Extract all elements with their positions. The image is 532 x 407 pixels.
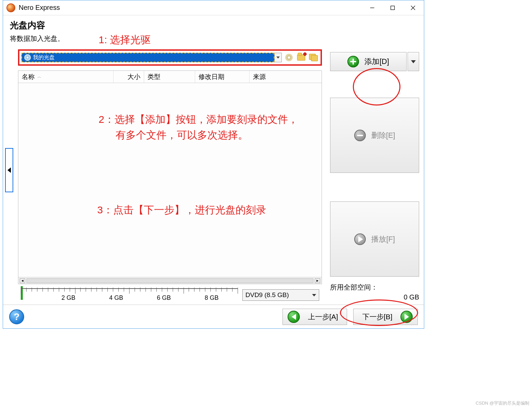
folder-new-icon bbox=[297, 54, 305, 61]
watermark: CSDN @宇宙的尽头是编制 bbox=[476, 400, 529, 406]
disc-small-icon bbox=[285, 54, 293, 61]
arrow-left-icon bbox=[288, 311, 300, 323]
back-button[interactable]: 上一步[A] bbox=[282, 309, 347, 325]
scroll-right-arrow[interactable]: ► bbox=[315, 278, 320, 283]
space-info: 所用全部空间： 0 GB bbox=[330, 283, 419, 305]
col-date-label: 修改日期 bbox=[199, 72, 224, 81]
back-button-label: 上一步[A] bbox=[304, 312, 342, 322]
app-window: Nero Express 光盘内容 将数据加入光盘。 我的光盘 bbox=[3, 0, 424, 329]
table-body[interactable] bbox=[18, 83, 322, 277]
multi-folder-button[interactable] bbox=[308, 53, 319, 62]
ruler-ticks bbox=[21, 286, 238, 293]
next-button-label: 下一步[B] bbox=[358, 312, 396, 322]
page-header: 光盘内容 将数据加入光盘。 bbox=[3, 15, 424, 46]
page-title: 光盘内容 bbox=[10, 19, 417, 31]
window-title: Nero Express bbox=[19, 4, 362, 12]
play-button-label: 播放[F] bbox=[371, 234, 395, 244]
scroll-left-arrow[interactable]: ◄ bbox=[20, 278, 25, 283]
space-used-value: 0 GB bbox=[330, 293, 419, 301]
arrow-right-icon bbox=[400, 311, 413, 323]
sort-asc-icon: ︿ bbox=[37, 74, 41, 80]
col-name-label: 名称 bbox=[22, 72, 35, 81]
add-dropdown-button[interactable] bbox=[408, 52, 419, 71]
app-icon bbox=[6, 3, 15, 12]
maximize-button[interactable] bbox=[382, 1, 403, 15]
add-row: 添加[D] bbox=[330, 52, 419, 71]
ruler-label-2: 4 GB bbox=[109, 294, 123, 302]
col-type-label: 类型 bbox=[148, 72, 160, 81]
close-button[interactable] bbox=[403, 1, 423, 15]
file-table: 名称︿ 大小 类型 修改日期 来源 ◄ ► bbox=[18, 70, 322, 284]
delete-button-label: 删除[E] bbox=[371, 130, 395, 141]
col-type[interactable]: 类型 bbox=[144, 71, 195, 83]
minimize-button[interactable] bbox=[362, 1, 382, 15]
col-name[interactable]: 名称︿ bbox=[18, 71, 114, 83]
scroll-track[interactable] bbox=[27, 278, 313, 283]
drive-selector-box: 我的光盘 bbox=[18, 49, 322, 66]
chevron-down-icon bbox=[312, 294, 316, 296]
panel-collapse-handle[interactable] bbox=[5, 148, 13, 192]
drive-field[interactable]: 我的光盘 bbox=[21, 53, 274, 62]
delete-button[interactable]: 删除[E] bbox=[330, 98, 419, 173]
play-button[interactable]: 播放[F] bbox=[330, 201, 419, 277]
capacity-ruler: 2 GB 4 GB 6 GB 8 GB bbox=[21, 286, 238, 304]
add-button[interactable]: 添加[D] bbox=[330, 52, 407, 71]
disc-icon bbox=[24, 54, 31, 61]
col-size[interactable]: 大小 bbox=[114, 71, 144, 83]
col-date[interactable]: 修改日期 bbox=[195, 71, 250, 83]
drive-dropdown-button[interactable] bbox=[274, 53, 282, 62]
ruler-label-4: 8 GB bbox=[205, 294, 219, 302]
capacity-selected-label: DVD9 (8.5 GB) bbox=[245, 291, 289, 299]
window-controls bbox=[362, 1, 423, 15]
titlebar: Nero Express bbox=[3, 0, 424, 15]
col-source-label: 来源 bbox=[253, 72, 266, 81]
col-source[interactable]: 来源 bbox=[250, 71, 322, 83]
space-label: 所用全部空间： bbox=[330, 283, 419, 292]
footer-bar: ? 上一步[A] 下一步[B] bbox=[3, 305, 424, 328]
drive-select: 我的光盘 bbox=[21, 53, 282, 62]
main-column: 我的光盘 名称︿ 大小 类型 修改日期 来源 ◄ bbox=[3, 46, 325, 305]
svg-rect-1 bbox=[391, 6, 395, 10]
folders-icon bbox=[309, 54, 318, 61]
plus-icon bbox=[347, 56, 359, 67]
next-button[interactable]: 下一步[B] bbox=[353, 309, 418, 325]
ruler-label-3: 6 GB bbox=[157, 294, 171, 302]
drive-label: 我的光盘 bbox=[33, 54, 55, 61]
help-button[interactable]: ? bbox=[9, 309, 24, 324]
add-button-label: 添加[D] bbox=[364, 56, 389, 67]
horizontal-scrollbar[interactable]: ◄ ► bbox=[18, 277, 322, 284]
new-folder-button[interactable] bbox=[296, 53, 306, 62]
disc-info-button[interactable] bbox=[284, 53, 294, 62]
content-area: 我的光盘 名称︿ 大小 类型 修改日期 来源 ◄ bbox=[3, 46, 424, 305]
right-column: 添加[D] 删除[E] 播放[F] 所用全部空间： 0 GB bbox=[325, 46, 424, 305]
capacity-select[interactable]: DVD9 (8.5 GB) bbox=[242, 289, 319, 301]
capacity-row: 2 GB 4 GB 6 GB 8 GB DVD9 (8.5 GB) bbox=[18, 284, 322, 305]
play-icon bbox=[354, 233, 366, 245]
page-subtitle: 将数据加入光盘。 bbox=[10, 34, 417, 43]
minus-icon bbox=[354, 130, 366, 141]
ruler-label-1: 2 GB bbox=[62, 294, 75, 302]
table-header: 名称︿ 大小 类型 修改日期 来源 bbox=[18, 71, 322, 83]
col-size-label: 大小 bbox=[127, 72, 140, 81]
